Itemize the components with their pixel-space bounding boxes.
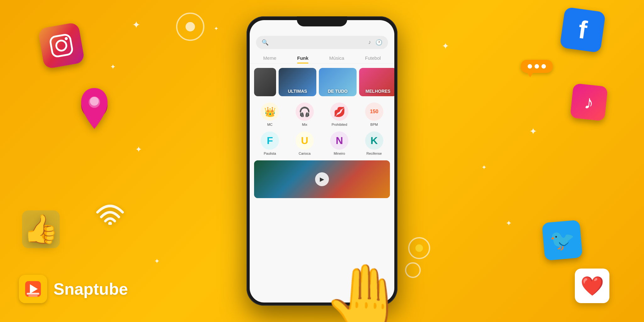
category-card-small[interactable]: [254, 68, 276, 96]
mineiro-label: Mineiro: [334, 152, 345, 155]
category-item-recifense[interactable]: K Recifense: [359, 131, 390, 155]
chat-bubble-decoration: [521, 60, 553, 73]
mix-label: Mix: [302, 123, 307, 126]
recifense-icon: K: [365, 131, 383, 150]
spark-icon: ✦: [110, 63, 116, 71]
carioca-icon: U: [296, 131, 314, 150]
category-card-detudo[interactable]: DE TUDO: [319, 68, 357, 96]
spark-icon: ✦: [529, 126, 537, 137]
mc-label: MC: [267, 123, 273, 126]
svg-point-5: [90, 97, 99, 106]
circle-decoration: [176, 13, 204, 41]
spark-icon: ✦: [506, 219, 512, 228]
spark-icon: ✦: [214, 25, 219, 32]
detudo-label: DE TUDO: [328, 89, 348, 94]
mineiro-icon: N: [330, 131, 348, 150]
svg-rect-12: [28, 295, 38, 297]
phone-frame: 🔍 ♪ 🕐 Meme Funk Música Futebol: [247, 16, 397, 306]
snaptube-logo-text: Snaptube: [53, 280, 128, 298]
tab-futebol[interactable]: Futebol: [365, 55, 381, 63]
history-icon[interactable]: 🕐: [375, 39, 382, 46]
category-item-carioca[interactable]: U Carioca: [290, 131, 320, 155]
phone-notch: [297, 16, 347, 26]
prohibited-label: Prohibited: [331, 123, 347, 126]
facebook-icon: f: [560, 7, 606, 53]
circle-decoration: [405, 262, 421, 278]
category-item-mineiro[interactable]: N Mineiro: [324, 131, 355, 155]
twitter-icon: 🐦: [542, 220, 583, 261]
phone-screen: 🔍 ♪ 🕐 Meme Funk Música Futebol: [250, 20, 394, 303]
chat-dot: [541, 64, 546, 69]
category-cards-row: ULTIMAS DE TUDO MELHORES: [250, 68, 394, 96]
category-item-prohibited[interactable]: 💋 Prohibited: [324, 103, 355, 126]
paulista-label: Paulista: [264, 152, 276, 155]
category-item-mix[interactable]: 🎧 Mix: [290, 103, 320, 126]
heart-icon: ❤️: [575, 269, 609, 303]
circle-decoration: [408, 237, 430, 259]
svg-point-2: [64, 37, 68, 40]
melhores-label: MELHORES: [365, 89, 390, 94]
phone-side-button: [397, 73, 397, 95]
paulista-icon: F: [261, 131, 279, 150]
svg-rect-0: [50, 34, 73, 57]
category-card-melhores[interactable]: MELHORES: [359, 68, 394, 96]
phone-mockup: 🔍 ♪ 🕐 Meme Funk Música Futebol: [247, 16, 397, 306]
category-card-ultimas[interactable]: ULTIMAS: [279, 68, 316, 96]
category-item-mc[interactable]: 👑 MC: [255, 103, 285, 126]
category-item-bpm[interactable]: 150 BPM: [359, 103, 390, 126]
svg-rect-11: [27, 293, 39, 295]
bpm-label: BPM: [370, 123, 378, 126]
bpm-icon: 150: [365, 103, 383, 121]
music-icon: ♪: [570, 83, 608, 121]
music-note-icon[interactable]: ♪: [368, 39, 371, 46]
category-item-paulista[interactable]: F Paulista: [255, 131, 285, 155]
category-icons-row2: F Paulista U Carioca N Mineiro K Recifen…: [250, 131, 394, 155]
category-tabs: Meme Funk Música Futebol: [250, 53, 394, 64]
prohibited-icon: 💋: [330, 103, 348, 121]
chat-dot: [535, 64, 539, 69]
tab-meme[interactable]: Meme: [263, 55, 276, 63]
mc-icon: 👑: [261, 103, 279, 121]
svg-text:👍: 👍: [23, 212, 59, 246]
snaptube-logo: Snaptube: [19, 275, 128, 303]
svg-point-8: [108, 222, 112, 225]
tab-musica[interactable]: Música: [329, 55, 344, 63]
mix-icon: 🎧: [296, 103, 314, 121]
instagram-icon: [38, 22, 85, 69]
video-thumbnail[interactable]: ▶: [254, 160, 390, 198]
recifense-label: Recifense: [366, 152, 382, 155]
spark-icon: ✦: [132, 19, 141, 31]
app-content: 🔍 ♪ 🕐 Meme Funk Música Futebol: [250, 20, 394, 303]
carioca-label: Carioca: [299, 152, 311, 155]
snaptube-logo-icon: [19, 275, 47, 303]
header-icons: ♪ 🕐: [368, 39, 382, 46]
thumbs-up-icon: 👍: [19, 207, 63, 259]
wifi-icon: [94, 200, 126, 231]
svg-point-1: [55, 40, 67, 51]
ultimas-label: ULTIMAS: [288, 89, 307, 94]
spark-icon: ✦: [154, 257, 160, 265]
spark-icon: ✦: [442, 41, 449, 51]
tab-funk[interactable]: Funk: [297, 55, 308, 63]
location-pin-icon: [75, 85, 113, 146]
chat-dot: [528, 64, 532, 69]
spark-icon: ✦: [481, 164, 487, 171]
category-icons-row1: 👑 MC 🎧 Mix 💋 Prohibited 150 BPM: [250, 103, 394, 126]
search-icon: 🔍: [262, 39, 269, 46]
search-bar[interactable]: 🔍 ♪ 🕐: [256, 36, 388, 49]
video-play-button[interactable]: ▶: [315, 172, 329, 186]
phone-side-button-3: [247, 87, 247, 103]
phone-side-button-2: [247, 67, 247, 82]
spark-icon: ✦: [135, 145, 142, 154]
